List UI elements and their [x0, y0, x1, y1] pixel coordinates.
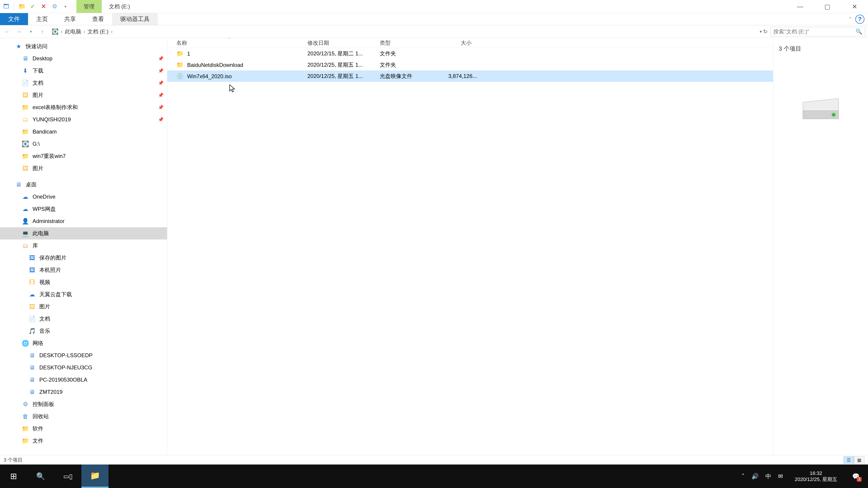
- nav-item[interactable]: 🖥桌面: [0, 178, 167, 191]
- nav-item[interactable]: 🖥DESKTOP-NJEU3CG: [0, 361, 167, 374]
- minimize-button[interactable]: —: [786, 0, 814, 13]
- nav-item[interactable]: 🖼图片📌: [0, 89, 167, 101]
- pin-icon: 📌: [157, 92, 164, 98]
- nav-item[interactable]: 📄文档📌: [0, 77, 167, 89]
- column-header-type[interactable]: 类型: [380, 39, 441, 46]
- mail-icon[interactable]: ✉: [778, 473, 783, 480]
- navigation-pane[interactable]: ★快速访问🖥Desktop📌⬇下载📌📄文档📌🖼图片📌📁excel表格制作求和📌🗂…: [0, 38, 167, 455]
- nav-item[interactable]: ☁OneDrive: [0, 191, 167, 203]
- column-header-name[interactable]: 名称: [176, 39, 307, 46]
- nav-item[interactable]: 🎞视频: [0, 276, 167, 288]
- app-icon: 🗔: [2, 2, 11, 11]
- breadcrumb[interactable]: 💽 › 此电脑 › 文档 (E:) ›: [50, 27, 757, 36]
- nav-item-icon: 🖼: [29, 266, 36, 273]
- check-icon[interactable]: ✓: [28, 2, 37, 11]
- taskbar-explorer-button[interactable]: 📁: [81, 464, 108, 488]
- task-view-button[interactable]: ▭▯: [54, 464, 81, 488]
- breadcrumb-item[interactable]: 文档 (E:): [88, 28, 108, 35]
- close-blue-icon[interactable]: ✕: [39, 2, 48, 11]
- nav-item[interactable]: 🖥DESKTOP-LSSOEDP: [0, 349, 167, 361]
- nav-item-icon: 🗑: [22, 413, 29, 420]
- search-input[interactable]: [773, 29, 856, 35]
- nav-item-icon: 📄: [29, 315, 36, 322]
- nav-item[interactable]: ⚙控制面板: [0, 398, 167, 410]
- file-date-cell: 2020/12/25, 星期五 1...: [307, 72, 380, 80]
- details-view-button[interactable]: ☰: [844, 456, 854, 464]
- nav-item-icon: 🖥: [29, 388, 36, 396]
- contextual-tab-manage[interactable]: 管理: [76, 0, 102, 13]
- ribbon-tab-drive-tools[interactable]: 驱动器工具: [112, 13, 158, 25]
- nav-item[interactable]: 🖥ZMT2019: [0, 386, 167, 398]
- refresh-button[interactable]: ↻: [763, 29, 768, 35]
- nav-item[interactable]: 📁win7重装win7: [0, 150, 167, 162]
- gear-icon[interactable]: ⚙: [50, 2, 59, 11]
- close-button[interactable]: ✕: [841, 0, 868, 13]
- folder-icon[interactable]: 📁: [18, 2, 26, 11]
- nav-item[interactable]: 🖼图片: [0, 300, 167, 313]
- column-headers[interactable]: ˄ 名称 修改日期 类型 大小: [167, 38, 773, 48]
- ribbon-tab-file[interactable]: 文件: [0, 13, 28, 25]
- nav-item[interactable]: 🖼图片: [0, 162, 167, 174]
- tray-overflow-icon[interactable]: ˄: [742, 473, 745, 480]
- nav-item[interactable]: 🗑回收站: [0, 410, 167, 422]
- ribbon-tab-home[interactable]: 主页: [28, 13, 56, 25]
- taskbar-search-button[interactable]: 🔍: [27, 464, 54, 488]
- file-row[interactable]: 📁BaiduNetdiskDownload2020/12/25, 星期五 1..…: [167, 59, 773, 70]
- ribbon-tab-view[interactable]: 查看: [84, 13, 112, 25]
- column-header-date[interactable]: 修改日期: [307, 39, 380, 46]
- quick-access-toolbar: 🗔 📁 ✓ ✕ ⚙ ▾: [0, 0, 76, 13]
- nav-item[interactable]: 📁文件: [0, 435, 167, 447]
- ribbon-collapse[interactable]: ˄ ?: [849, 13, 868, 25]
- nav-item[interactable]: 🎵音乐: [0, 325, 167, 337]
- search-icon[interactable]: 🔍: [856, 29, 862, 35]
- pin-icon: 📌: [157, 105, 164, 110]
- nav-back-button[interactable]: ←: [3, 27, 12, 36]
- nav-item[interactable]: ★快速访问: [0, 40, 167, 53]
- nav-item[interactable]: 🖥PC-20190530OBLA: [0, 374, 167, 386]
- nav-item[interactable]: ☁天翼云盘下载: [0, 288, 167, 300]
- icons-view-button[interactable]: ▦: [854, 456, 864, 464]
- qa-dropdown-icon[interactable]: ▾: [61, 2, 70, 11]
- file-list[interactable]: ˄ 名称 修改日期 类型 大小 📁12020/12/15, 星期二 1...文件…: [167, 38, 773, 455]
- nav-item-label: 天翼云盘下载: [39, 291, 153, 298]
- nav-item[interactable]: 🗂YUNQISHI2019📌: [0, 113, 167, 126]
- nav-item[interactable]: 📁软件: [0, 422, 167, 435]
- nav-item[interactable]: 📁Bandicam: [0, 126, 167, 138]
- file-date-cell: 2020/12/15, 星期二 1...: [307, 50, 380, 57]
- nav-recent-button[interactable]: ▾: [26, 27, 35, 36]
- nav-item[interactable]: 📁excel表格制作求和📌: [0, 101, 167, 113]
- file-row[interactable]: 📁12020/12/15, 星期二 1...文件夹: [167, 48, 773, 59]
- nav-item[interactable]: 🖼本机照片: [0, 264, 167, 276]
- nav-item[interactable]: 🌐网络: [0, 337, 167, 349]
- search-box[interactable]: 🔍: [770, 27, 865, 36]
- file-row[interactable]: 💿Win7x64_2020.iso2020/12/25, 星期五 1...光盘映…: [167, 70, 773, 82]
- chevron-right-icon: ›: [61, 29, 63, 35]
- nav-item[interactable]: 🗂库: [0, 239, 167, 252]
- volume-icon[interactable]: 🔊: [751, 473, 758, 480]
- taskbar: ⊞ 🔍 ▭▯ 📁 ˄ 🔊 中 ✉ 16:32 2020/12/25, 星期五 💬…: [0, 464, 868, 488]
- address-dropdown-icon[interactable]: ▾: [760, 29, 762, 34]
- nav-item[interactable]: 🖼保存的图片: [0, 252, 167, 264]
- taskbar-clock[interactable]: 16:32 2020/12/25, 星期五: [790, 470, 842, 483]
- nav-item[interactable]: 👤Administrator: [0, 215, 167, 227]
- nav-up-button[interactable]: ↑: [38, 27, 47, 36]
- nav-item[interactable]: ⬇下载📌: [0, 65, 167, 77]
- action-center-button[interactable]: 💬 3: [849, 469, 863, 483]
- ime-indicator[interactable]: 中: [765, 473, 771, 480]
- file-name-cell: 📁BaiduNetdiskDownload: [176, 61, 307, 68]
- nav-item[interactable]: 💽G:\: [0, 138, 167, 150]
- maximize-button[interactable]: ▢: [814, 0, 841, 13]
- nav-item[interactable]: 📄文档: [0, 313, 167, 325]
- ribbon-tab-share[interactable]: 共享: [56, 13, 84, 25]
- nav-item[interactable]: 🖥Desktop📌: [0, 53, 167, 65]
- nav-forward-button[interactable]: →: [14, 27, 24, 36]
- nav-item[interactable]: ☁WPS网盘: [0, 203, 167, 215]
- nav-item-label: 图片: [33, 92, 153, 99]
- start-button[interactable]: ⊞: [0, 464, 27, 488]
- column-header-size[interactable]: 大小: [441, 39, 477, 46]
- nav-item-icon: 🖥: [29, 376, 36, 383]
- breadcrumb-item[interactable]: 此电脑: [65, 28, 81, 35]
- help-button[interactable]: ?: [855, 15, 864, 24]
- nav-item[interactable]: 💻此电脑: [0, 227, 167, 239]
- nav-item-label: Administrator: [33, 218, 153, 224]
